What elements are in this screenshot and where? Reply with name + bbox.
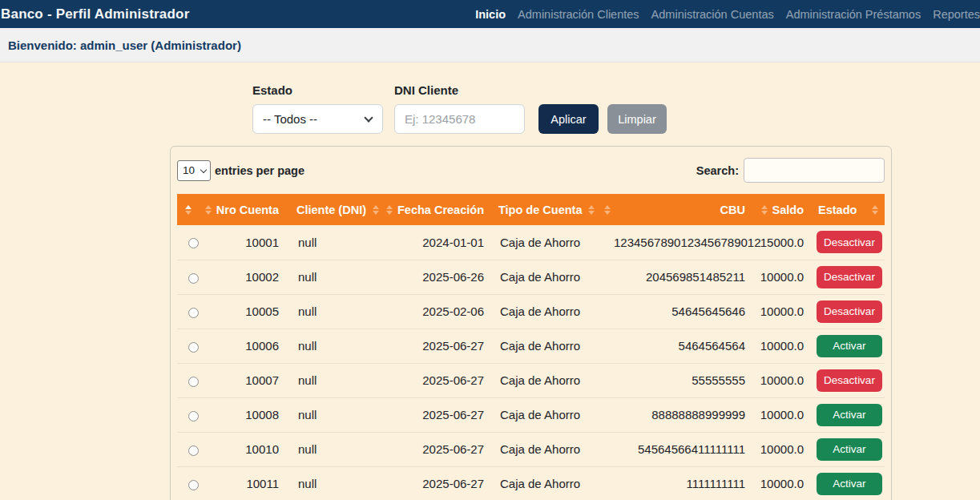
top-navbar: Banco - Perfil Administrador Inicio Admi… — [0, 0, 980, 28]
table-body: 10001 null 2024-01-01 Caja de Ahorro 123… — [177, 225, 885, 500]
cell-fecha-creacion: 2025-06-27 — [381, 432, 486, 466]
nav-item-administracion-clientes[interactable]: Administración Clientes — [518, 8, 639, 21]
cell-nro-cuenta: 10008 — [209, 397, 285, 432]
header-estado-label: Estado — [818, 204, 857, 216]
cell-tipo-de-cuenta: Caja de Ahorro — [486, 432, 590, 466]
entries-per-page-label: entries per page — [215, 164, 304, 177]
filters-bar: Estado -- Todos -- DNI Cliente Aplicar L… — [252, 83, 980, 134]
app-title: Banco - Perfil Administrador — [1, 6, 189, 22]
row-action-button[interactable]: Desactivar — [817, 300, 882, 323]
cell-saldo: 10000.0 — [758, 397, 810, 432]
header-cliente-dni[interactable]: Cliente (DNI) — [285, 194, 381, 225]
cell-saldo: 10000.0 — [758, 329, 810, 363]
cell-row-selector — [177, 466, 209, 500]
header-cliente-dni-label: Cliente (DNI) — [296, 204, 366, 216]
estado-filter-group: Estado -- Todos -- — [252, 83, 383, 134]
row-action-button[interactable]: Activar — [817, 473, 882, 495]
cell-saldo: 10000.0 — [758, 432, 810, 466]
row-action-button[interactable]: Activar — [817, 438, 882, 461]
row-action-button[interactable]: Desactivar — [817, 231, 882, 253]
row-action-button[interactable]: Activar — [817, 335, 882, 357]
table-row: 10006 null 2025-06-27 Caja de Ahorro 546… — [177, 329, 885, 363]
cell-tipo-de-cuenta: Caja de Ahorro — [486, 260, 590, 294]
nav-item-reportes[interactable]: Reportes — [933, 8, 980, 21]
limpiar-button[interactable]: Limpiar — [607, 104, 667, 134]
cell-nro-cuenta: 10002 — [209, 260, 285, 294]
cell-tipo-de-cuenta: Caja de Ahorro — [486, 466, 590, 500]
cell-cbu: 54564566411111111 — [614, 432, 758, 466]
cell-tipo-de-cuenta: Caja de Ahorro — [486, 225, 590, 260]
cell-blank — [590, 225, 614, 260]
row-select-radio[interactable] — [188, 377, 199, 387]
header-fecha-creacion[interactable]: Fecha Creación — [381, 194, 486, 225]
table-row: 10001 null 2024-01-01 Caja de Ahorro 123… — [177, 225, 885, 260]
header-cbu[interactable]: CBU — [614, 194, 758, 225]
cell-saldo: 10000.0 — [758, 260, 810, 294]
table-row: 10010 null 2025-06-27 Caja de Ahorro 545… — [177, 432, 885, 466]
table-row: 10008 null 2025-06-27 Caja de Ahorro 888… — [177, 397, 885, 432]
row-action-button[interactable]: Desactivar — [817, 369, 882, 392]
estado-select[interactable]: -- Todos -- — [252, 104, 383, 134]
cell-estado: Activar — [810, 466, 885, 500]
dni-cliente-input[interactable] — [394, 104, 525, 134]
cell-tipo-de-cuenta: Caja de Ahorro — [486, 397, 590, 432]
nav-item-administracion-cuentas[interactable]: Administración Cuentas — [651, 8, 774, 21]
row-select-radio[interactable] — [188, 411, 199, 421]
row-select-radio[interactable] — [188, 273, 199, 284]
cell-cbu: 88888888999999 — [614, 397, 758, 432]
dni-filter-group: DNI Cliente — [394, 83, 525, 134]
cell-cbu: 54645645646 — [614, 294, 758, 329]
sort-arrows-icon — [373, 205, 379, 215]
sort-arrows-icon — [588, 205, 595, 215]
cell-saldo: 15000.0 — [758, 225, 810, 260]
row-select-radio[interactable] — [188, 308, 199, 318]
accounts-table-card: 10 entries per page Search: — [170, 146, 892, 500]
page-size-select[interactable]: 10 — [177, 160, 211, 181]
cell-estado: Activar — [810, 397, 885, 432]
row-select-radio[interactable] — [188, 342, 199, 353]
row-select-radio[interactable] — [188, 480, 199, 490]
cell-cbu: 1234567890123456789012 — [614, 225, 758, 260]
cell-row-selector — [177, 260, 209, 294]
nav-item-administracion-prestamos[interactable]: Administración Préstamos — [786, 8, 921, 21]
cell-cliente-dni: null — [285, 363, 381, 397]
row-action-button[interactable]: Desactivar — [817, 266, 882, 288]
search-control: Search: — [696, 158, 885, 183]
aplicar-button[interactable]: Aplicar — [538, 104, 599, 134]
cell-nro-cuenta: 10006 — [209, 329, 285, 363]
cell-nro-cuenta: 10010 — [209, 432, 285, 466]
estado-select-wrap: -- Todos -- — [252, 104, 383, 134]
search-label: Search: — [696, 164, 739, 177]
sort-arrows-icon — [185, 205, 192, 215]
cell-blank — [590, 363, 614, 397]
cell-blank — [590, 432, 614, 466]
table-row: 10007 null 2025-06-27 Caja de Ahorro 555… — [177, 363, 885, 397]
cell-fecha-creacion: 2024-01-01 — [381, 225, 486, 260]
cell-cbu: 55555555 — [614, 363, 758, 397]
row-select-radio[interactable] — [188, 446, 199, 456]
cell-cliente-dni: null — [285, 432, 381, 466]
estado-label: Estado — [252, 83, 383, 97]
table-controls: 10 entries per page Search: — [177, 158, 885, 183]
header-nro-cuenta[interactable]: Nro Cuenta — [209, 194, 285, 225]
accounts-table: Nro Cuenta Cliente (DNI) Fecha Creación — [177, 194, 885, 500]
nav-item-inicio[interactable]: Inicio — [475, 8, 506, 21]
header-fecha-creacion-label: Fecha Creación — [397, 204, 484, 216]
cell-cliente-dni: null — [285, 466, 381, 500]
header-saldo-label: Saldo — [772, 204, 804, 216]
table-header-row: Nro Cuenta Cliente (DNI) Fecha Creación — [177, 194, 885, 225]
cell-cliente-dni: null — [285, 329, 381, 363]
header-saldo[interactable]: Saldo — [758, 194, 810, 225]
cell-row-selector — [177, 294, 209, 329]
row-select-radio[interactable] — [188, 238, 199, 248]
row-action-button[interactable]: Activar — [817, 404, 882, 426]
cell-fecha-creacion: 2025-06-27 — [381, 397, 486, 432]
header-estado[interactable]: Estado — [810, 194, 885, 225]
cell-estado: Desactivar — [810, 225, 885, 260]
cell-tipo-de-cuenta: Caja de Ahorro — [486, 329, 590, 363]
cell-estado: Activar — [810, 432, 885, 466]
search-input[interactable] — [744, 158, 885, 183]
header-tipo-de-cuenta[interactable]: Tipo de Cuenta — [486, 194, 590, 225]
filter-buttons: Aplicar Limpiar — [538, 104, 667, 134]
main-nav: Inicio Administración Clientes Administr… — [475, 8, 980, 21]
